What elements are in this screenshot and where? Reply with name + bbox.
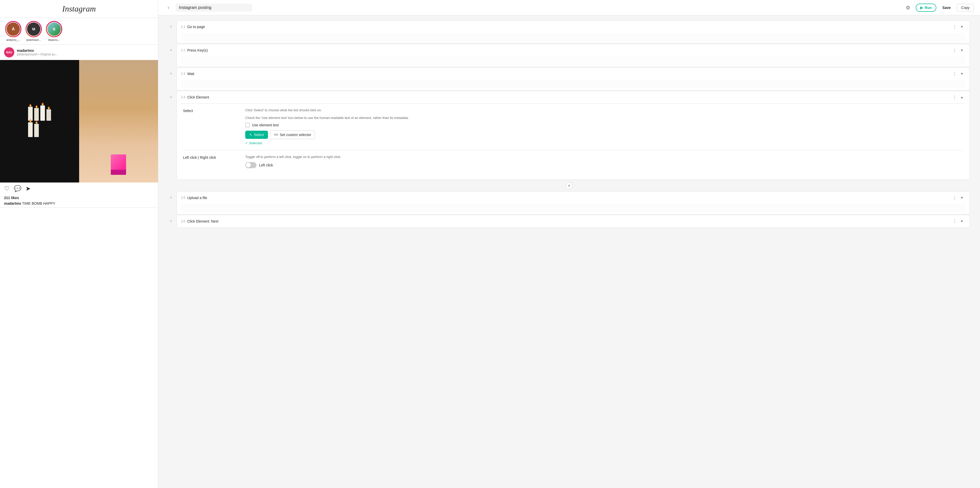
comment-icon[interactable]: 💬 bbox=[14, 185, 21, 192]
step-more-button[interactable]: ⋮ bbox=[951, 47, 958, 54]
post-subtitle: jodiardyansyah • Original au... bbox=[17, 52, 154, 56]
step-number: 2.6 bbox=[181, 219, 185, 223]
step-title: Wait bbox=[187, 72, 951, 76]
step-2-3-header[interactable]: 2.3 Wait ⋮ ▼ bbox=[177, 68, 969, 80]
code-icon: </> bbox=[274, 133, 278, 137]
click-type-field-row: Left click | Right click Toggle off to p… bbox=[183, 154, 963, 168]
step-expand-button[interactable]: ▼ bbox=[958, 194, 966, 201]
back-button[interactable]: ‹ bbox=[164, 3, 172, 12]
post-avatar: MAG bbox=[4, 47, 14, 57]
toggle-container: Left click bbox=[245, 162, 963, 168]
step-collapsed-content bbox=[181, 80, 966, 88]
step-row: ▲ 2.5 Upload a file ⋮ ▼ bbox=[169, 191, 970, 215]
use-element-text-checkbox[interactable] bbox=[245, 123, 250, 127]
story-item[interactable]: M josemouri... bbox=[25, 21, 42, 41]
workflow-title-input[interactable] bbox=[176, 3, 252, 12]
step-2-5-block: 2.5 Upload a file ⋮ ▼ bbox=[177, 191, 970, 215]
settings-button[interactable]: ⚙ bbox=[904, 3, 913, 12]
step-number: 2.3 bbox=[181, 72, 185, 76]
story-avatar-ring: A bbox=[5, 21, 21, 37]
step-2-2-container: ▲ 2.2 Press Key(s) ⋮ ▼ bbox=[169, 44, 970, 67]
click-type-description: Toggle off to perform a left click; togg… bbox=[245, 154, 963, 159]
step-title: Click Element: Next bbox=[187, 219, 951, 223]
step-title: Go to page bbox=[187, 25, 951, 29]
step-reorder-up[interactable]: ▲ bbox=[169, 22, 173, 30]
step-2-5-header[interactable]: 2.5 Upload a file ⋮ ▼ bbox=[177, 192, 969, 204]
post-username: madartmx bbox=[17, 48, 154, 52]
use-element-text-label: Use element text bbox=[252, 123, 279, 127]
save-button[interactable]: Save bbox=[939, 4, 954, 11]
step-2-5-container: ▲ 2.5 Upload a file ⋮ ▼ bbox=[169, 191, 970, 215]
cursor-icon: ↖ bbox=[249, 133, 252, 137]
step-2-3-block: 2.3 Wait ⋮ ▼ bbox=[177, 67, 970, 91]
top-bar: ‹ ⚙ ▶ Run Save Copy bbox=[158, 0, 980, 15]
step-title: Click Element bbox=[187, 95, 951, 99]
toggle-knob bbox=[246, 162, 251, 168]
step-reorder-up[interactable]: ▲ bbox=[169, 45, 173, 54]
step-2-2-header[interactable]: 2.2 Press Key(s) ⋮ ▼ bbox=[177, 44, 969, 56]
step-reorder-up[interactable]: ▲ bbox=[169, 216, 173, 225]
post-image: 🔥 🔥 🔥 🔥 🔥 🔥 bbox=[0, 60, 158, 183]
custom-selector-label: Set custom selector bbox=[280, 133, 311, 137]
add-step-button[interactable]: + bbox=[566, 182, 573, 189]
click-type-content: Toggle off to perform a left click; togg… bbox=[245, 154, 963, 168]
story-item[interactable]: B bluecru... bbox=[46, 21, 62, 41]
select-button-label: Select bbox=[254, 133, 264, 137]
set-custom-selector-button[interactable]: </> Set custom selector bbox=[270, 130, 315, 139]
step-reorder-up[interactable]: ▲ bbox=[169, 69, 173, 77]
select-field-label: Select bbox=[183, 108, 239, 145]
instagram-header: Instagram bbox=[0, 0, 158, 18]
step-more-button[interactable]: ⋮ bbox=[951, 218, 958, 225]
step-expand-button[interactable]: ▼ bbox=[958, 23, 966, 30]
stories-row: A andycru_... M josemouri... B bluecru..… bbox=[0, 18, 158, 45]
select-field-content: Click 'Select' to choose what the bot sh… bbox=[245, 108, 963, 145]
run-icon: ▶ bbox=[920, 6, 923, 10]
click-type-label: Left click | Right click bbox=[183, 154, 239, 168]
select-element-button[interactable]: ↖ Select bbox=[245, 131, 268, 139]
step-collapse-button[interactable]: ▲ bbox=[958, 94, 966, 101]
step-reorder-up[interactable]: ▲ bbox=[169, 92, 173, 100]
step-2-4-block: 2.4 Click Element ⋮ ▲ Select Click 'Sele… bbox=[177, 91, 970, 180]
like-icon[interactable]: ♡ bbox=[4, 185, 10, 192]
story-username: josemouri... bbox=[27, 38, 41, 41]
step-row: ▲ 2.4 Click Element ⋮ ▲ Select bbox=[169, 91, 970, 180]
avatar: M bbox=[27, 22, 41, 36]
story-item[interactable]: A andycru_... bbox=[5, 21, 21, 41]
post-header: MAG madartmx jodiardyansyah • Original a… bbox=[0, 45, 158, 60]
story-avatar-ring: B bbox=[46, 21, 62, 37]
post-likes: 211 likes bbox=[0, 195, 158, 201]
select-buttons-row: ↖ Select </> Set custom selector bbox=[245, 130, 963, 139]
step-more-button[interactable]: ⋮ bbox=[951, 94, 958, 101]
step-more-button[interactable]: ⋮ bbox=[951, 70, 958, 77]
step-2-4-header[interactable]: 2.4 Click Element ⋮ ▲ bbox=[177, 91, 969, 103]
step-2-3-container: ▲ 2.3 Wait ⋮ ▼ bbox=[169, 67, 970, 91]
step-more-button[interactable]: ⋮ bbox=[951, 23, 958, 30]
step-title: Upload a file bbox=[187, 196, 951, 200]
instagram-logo: Instagram bbox=[5, 4, 153, 14]
step-2-1-header[interactable]: 2.1 Go to page ⋮ ▼ bbox=[177, 21, 969, 33]
step-2-4-body: Select Click 'Select' to choose what the… bbox=[177, 103, 969, 180]
step-row: ▲ 2.2 Press Key(s) ⋮ ▼ bbox=[169, 44, 970, 67]
step-reorder-up[interactable]: ▲ bbox=[169, 193, 173, 201]
step-expand-button[interactable]: ▼ bbox=[958, 70, 966, 77]
run-button[interactable]: ▶ Run bbox=[916, 3, 936, 12]
step-more-button[interactable]: ⋮ bbox=[951, 194, 958, 201]
step-row: ▲ 2.1 Go to page ⋮ ▼ bbox=[169, 21, 970, 43]
step-2-1-container: ▲ 2.1 Go to page ⋮ ▼ bbox=[169, 21, 970, 43]
toggle-label: Left click bbox=[259, 163, 273, 167]
step-row: ▲ 2.6 Click Element: Next ⋮ ▼ bbox=[169, 215, 970, 228]
post-actions: ♡ 💬 ➤ bbox=[0, 183, 158, 195]
step-row: ▲ 2.3 Wait ⋮ ▼ bbox=[169, 67, 970, 91]
step-collapsed-content bbox=[181, 204, 966, 212]
step-expand-button[interactable]: ▼ bbox=[958, 218, 966, 225]
step-number: 2.4 bbox=[181, 95, 185, 99]
post-caption: madartmx TIME BOMB HAPPY bbox=[0, 201, 158, 208]
select-description-1: Click 'Select' to choose what the bot sh… bbox=[245, 108, 963, 113]
copy-button[interactable]: Copy bbox=[957, 4, 974, 11]
step-2-6-header[interactable]: 2.6 Click Element: Next ⋮ ▼ bbox=[177, 215, 969, 227]
step-expand-button[interactable]: ▼ bbox=[958, 47, 966, 54]
share-icon[interactable]: ➤ bbox=[25, 185, 30, 192]
click-type-toggle[interactable] bbox=[245, 162, 256, 168]
step-2-1-block: 2.1 Go to page ⋮ ▼ bbox=[177, 21, 970, 43]
step-collapsed-content bbox=[181, 56, 966, 65]
